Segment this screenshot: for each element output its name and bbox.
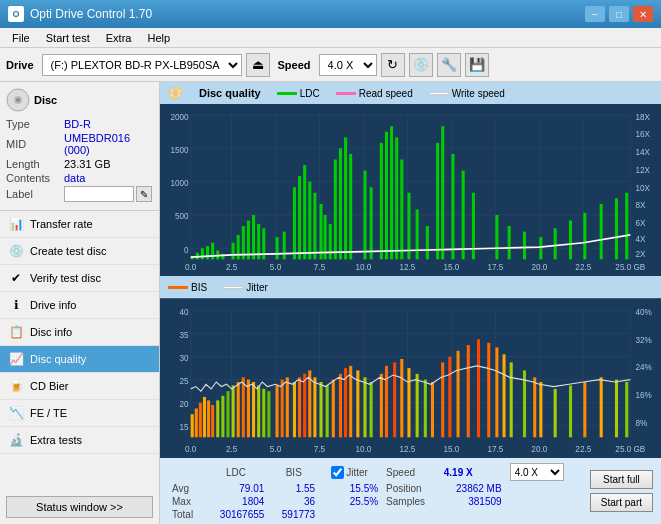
svg-text:30: 30 (180, 353, 189, 364)
drive-label: Drive (6, 59, 34, 71)
nav-verify-test-disc[interactable]: ✔ Verify test disc (0, 265, 159, 292)
status-window-button[interactable]: Status window >> (6, 496, 153, 518)
main-layout: Disc Type BD-R MID UMEBDR016 (000) Lengt… (0, 82, 661, 524)
svg-text:500: 500 (175, 211, 189, 221)
svg-rect-52 (390, 126, 393, 259)
svg-text:15: 15 (180, 422, 189, 433)
svg-rect-168 (533, 377, 536, 437)
nav-create-test-disc[interactable]: 💿 Create test disc (0, 238, 159, 265)
bis-legend-label: BIS (191, 282, 207, 293)
eject-button[interactable]: ⏏ (246, 53, 270, 77)
extra-tests-icon: 🔬 (8, 432, 24, 448)
nav-verify-test-disc-label: Verify test disc (30, 272, 101, 284)
svg-rect-158 (441, 362, 444, 437)
svg-rect-30 (247, 221, 250, 260)
menu-extra[interactable]: Extra (98, 30, 140, 46)
start-full-button[interactable]: Start full (590, 470, 653, 489)
avg-label: Avg (168, 482, 204, 495)
label-edit-button[interactable]: ✎ (136, 186, 152, 202)
svg-rect-39 (308, 182, 311, 260)
chart-icon: 📀 (168, 86, 183, 100)
ldc-legend-label: LDC (300, 88, 320, 99)
label-input[interactable] (64, 186, 134, 202)
jitter-label: Jitter (331, 466, 378, 479)
svg-rect-51 (385, 132, 388, 260)
position-value: 23862 MB (440, 482, 506, 495)
nav-extra-tests-label: Extra tests (30, 434, 82, 446)
svg-rect-144 (339, 374, 342, 437)
refresh-button[interactable]: ↻ (381, 53, 405, 77)
start-part-button[interactable]: Start part (590, 493, 653, 512)
svg-text:24%: 24% (635, 362, 652, 373)
top-chart-area: 2000 1500 1000 500 0 18X 16X 14X 12X 10X… (160, 104, 661, 276)
svg-text:22.5: 22.5 (575, 444, 591, 455)
svg-rect-159 (448, 357, 451, 438)
ldc-legend-color (277, 92, 297, 95)
svg-text:12.5: 12.5 (399, 262, 415, 272)
nav-disc-quality[interactable]: 📈 Disc quality (0, 346, 159, 373)
nav-cd-bier[interactable]: 🍺 CD Bier (0, 373, 159, 400)
right-panel: 📀 Disc quality LDC Read speed Write spee… (160, 82, 661, 524)
svg-rect-124 (226, 391, 229, 437)
svg-rect-40 (313, 193, 316, 260)
svg-text:2X: 2X (635, 249, 645, 259)
minimize-button[interactable]: − (585, 6, 605, 22)
start-buttons: Start full Start part (590, 462, 653, 520)
chart-title: Disc quality (199, 87, 261, 99)
svg-rect-151 (385, 366, 388, 437)
save-icon-btn[interactable]: 💾 (465, 53, 489, 77)
svg-rect-56 (416, 209, 419, 259)
svg-text:32%: 32% (635, 334, 652, 345)
maximize-button[interactable]: □ (609, 6, 629, 22)
toolbar: Drive (F:) PLEXTOR BD-R PX-LB950SA 1.06 … (0, 48, 661, 82)
total-bis: 591773 (268, 508, 319, 521)
nav-disc-info[interactable]: 📋 Disc info (0, 319, 159, 346)
close-button[interactable]: ✕ (633, 6, 653, 22)
legend-read-speed: Read speed (336, 88, 413, 99)
svg-rect-44 (334, 159, 337, 259)
stats-total-row: Total 30167655 591773 (168, 508, 582, 521)
speed-select-stats[interactable]: 4.0 X 2.0 X 6.0 X (510, 463, 564, 481)
svg-text:15.0: 15.0 (443, 262, 459, 272)
max-label: Max (168, 495, 204, 508)
stats-max-row: Max 1804 36 25.5% Samples 381509 (168, 495, 582, 508)
svg-rect-53 (395, 137, 398, 259)
read-speed-legend-label: Read speed (359, 88, 413, 99)
svg-rect-140 (313, 377, 316, 437)
left-panel: Disc Type BD-R MID UMEBDR016 (000) Lengt… (0, 82, 160, 524)
menu-help[interactable]: Help (139, 30, 178, 46)
svg-rect-161 (467, 345, 470, 437)
nav-fe-te[interactable]: 📉 FE / TE (0, 400, 159, 427)
menu-file[interactable]: File (4, 30, 38, 46)
svg-rect-165 (503, 354, 506, 437)
svg-rect-162 (477, 339, 480, 437)
top-chart-svg: 2000 1500 1000 500 0 18X 16X 14X 12X 10X… (160, 104, 661, 276)
nav-extra-tests[interactable]: 🔬 Extra tests (0, 427, 159, 454)
svg-rect-59 (441, 126, 444, 259)
svg-text:5.0: 5.0 (270, 444, 282, 455)
svg-rect-133 (276, 385, 279, 437)
legend-jitter: Jitter (223, 282, 268, 293)
svg-text:2000: 2000 (170, 111, 188, 121)
menu-start-test[interactable]: Start test (38, 30, 98, 46)
jitter-checkbox[interactable] (331, 466, 344, 479)
mid-label: MID (6, 138, 64, 150)
svg-rect-156 (424, 380, 427, 438)
type-label: Type (6, 118, 64, 130)
max-bis: 36 (268, 495, 319, 508)
fe-te-icon: 📉 (8, 405, 24, 421)
write-speed-legend-color (429, 92, 449, 95)
disc-icon-btn[interactable]: 💿 (409, 53, 433, 77)
svg-rect-131 (262, 389, 265, 437)
bottom-chart-area: 40 35 30 25 20 15 40% 32% 24% 16% 8% 0.0… (160, 298, 661, 458)
speed-select[interactable]: 4.0 X 1.0 X 2.0 X 6.0 X 8.0 X (319, 54, 377, 76)
nav-transfer-rate-label: Transfer rate (30, 218, 93, 230)
contents-value: data (64, 172, 153, 184)
max-jitter: 25.5% (327, 495, 382, 508)
settings-icon-btn[interactable]: 🔧 (437, 53, 461, 77)
svg-text:5.0: 5.0 (270, 262, 282, 272)
svg-rect-38 (303, 165, 306, 259)
nav-drive-info[interactable]: ℹ Drive info (0, 292, 159, 319)
nav-transfer-rate[interactable]: 📊 Transfer rate (0, 211, 159, 238)
drive-select[interactable]: (F:) PLEXTOR BD-R PX-LB950SA 1.06 (42, 54, 242, 76)
